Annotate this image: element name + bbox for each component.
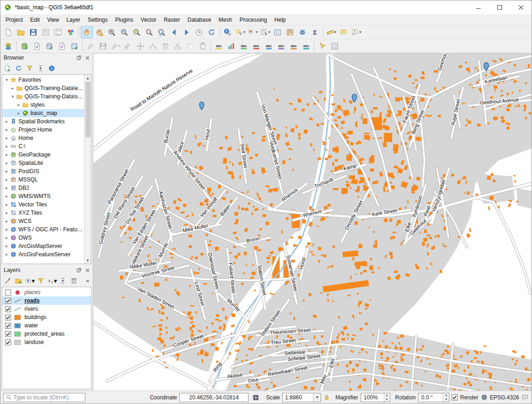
zoom-last-button[interactable] [168, 26, 180, 38]
measure-button[interactable]: ▾ [325, 26, 337, 38]
field-calculator-button[interactable] [284, 26, 296, 38]
layer-visibility-checkbox[interactable] [5, 331, 11, 337]
menu-item-plugins[interactable]: Plugins [111, 15, 137, 25]
browser-item-qgis-training-data-s[interactable]: ▾QGIS-Training-Data\s... [2, 92, 84, 101]
collapse-all-button[interactable] [36, 63, 46, 73]
menu-item-processing[interactable]: Processing [236, 15, 271, 25]
browser-item-favorites[interactable]: ▾Favorites [2, 76, 84, 84]
layers-close-button[interactable] [84, 267, 91, 273]
layer-item-water[interactable]: water [2, 321, 91, 330]
zoom-out-button[interactable] [118, 26, 130, 38]
toggle-editing-button[interactable] [85, 40, 97, 52]
menu-item-database[interactable]: Database [184, 15, 215, 25]
zoom-to-layer-button[interactable] [156, 26, 168, 38]
move-annotation-button[interactable] [316, 40, 328, 52]
browser-item-spatial-bookmarks[interactable]: ▸Spatial Bookmarks [2, 117, 84, 126]
temporal-controller-button[interactable] [193, 26, 205, 38]
layer-visibility-checkbox[interactable] [5, 306, 11, 312]
filter-browser-button[interactable] [24, 63, 35, 73]
layers-float-button[interactable] [76, 267, 82, 273]
processing-toolbox-button[interactable] [296, 26, 308, 38]
layer-item-buildings[interactable]: buildings [2, 313, 91, 321]
browser-item-arcgismapserver[interactable]: ▸ArcGisMapServer [2, 242, 84, 250]
scale-combo[interactable]: 1:8860 ▼ [282, 393, 321, 402]
deselect-features-button[interactable]: ▾ [247, 26, 259, 38]
expander-icon[interactable]: ▸ [4, 152, 9, 157]
expand-all-button[interactable] [58, 276, 68, 286]
layer-visibility-checkbox[interactable] [5, 298, 11, 304]
refresh-browser-button[interactable] [13, 63, 24, 73]
locate-input[interactable] [13, 394, 83, 401]
browser-item-geopackage[interactable]: ▸GeoPackage [2, 151, 84, 159]
scroll-down-icon[interactable]: ▼ [85, 257, 91, 264]
expander-icon[interactable]: ▾ [10, 94, 15, 99]
close-button[interactable] [510, 0, 532, 14]
browser-item-wms-wmts[interactable]: ▸WMS/WMTS [2, 192, 84, 200]
layer-item-roads[interactable]: roads [2, 296, 91, 305]
chevron-down-icon[interactable]: ▼ [313, 393, 320, 402]
browser-close-button[interactable] [84, 54, 91, 61]
browser-item-db2[interactable]: ▸DB2 [2, 184, 84, 192]
zoom-next-button[interactable] [181, 26, 193, 38]
highlight-labels-button[interactable]: abc [250, 40, 262, 52]
browser-scrollbar[interactable]: ▲ ▼ [84, 75, 91, 264]
browser-item-wfs-ogc-api-feature[interactable]: ▸WFS / OGC API - Feature... [2, 225, 84, 234]
select-features-button[interactable]: ▾ [234, 26, 246, 38]
expander-icon[interactable]: ▸ [4, 235, 9, 240]
manage-map-themes-button[interactable]: ▾ [24, 276, 35, 286]
expander-icon[interactable]: ▸ [4, 127, 9, 132]
expander-icon[interactable]: ▸ [4, 144, 9, 149]
pan-to-selection-button[interactable] [93, 26, 105, 38]
rotate-label-button[interactable]: abc [288, 40, 300, 52]
current-edits-button[interactable]: ▾ [109, 40, 121, 52]
delete-selected-button[interactable] [159, 40, 171, 52]
menu-item-raster[interactable]: Raster [160, 15, 184, 25]
browser-float-button[interactable] [76, 54, 82, 61]
layer-visibility-checkbox[interactable] [5, 314, 11, 320]
new-shapefile-layer-button[interactable]: V [31, 40, 43, 52]
add-selected-layers-button[interactable] [2, 63, 12, 73]
zoom-to-selection-button[interactable] [143, 26, 155, 38]
menu-item-settings[interactable]: Settings [84, 15, 111, 25]
browser-item-c[interactable]: ▸C:\ [2, 142, 84, 151]
layer-item-rivers[interactable]: rivers [2, 305, 91, 313]
maximize-button[interactable] [489, 0, 510, 14]
messages-icon[interactable] [521, 394, 529, 401]
expander-icon[interactable]: ▸ [4, 211, 9, 215]
browser-item-xyz-tiles[interactable]: ▸XYZ Tiles [2, 209, 84, 217]
layer-item-landuse[interactable]: landuse [2, 338, 91, 346]
locate-box[interactable] [3, 393, 85, 402]
scroll-up-icon[interactable]: ▲ [85, 75, 91, 81]
expander-icon[interactable]: ▸ [4, 252, 9, 257]
expander-icon[interactable]: ▸ [4, 169, 9, 174]
zoom-full-button[interactable] [131, 26, 143, 38]
expander-icon[interactable]: ▸ [4, 186, 9, 190]
layers-toolbar-overflow[interactable]: » [86, 277, 91, 284]
cut-features-button[interactable] [172, 40, 184, 52]
new-text-annotation-button[interactable]: T▾ [350, 26, 362, 38]
remove-layer-button[interactable] [69, 276, 79, 286]
copy-features-button[interactable] [184, 40, 196, 52]
layer-item-protected-areas[interactable]: protected_areas [2, 330, 91, 338]
open-data-source-manager-button[interactable] [2, 40, 14, 52]
extents-toggle-button[interactable] [251, 392, 261, 403]
expander-icon[interactable]: ▸ [4, 177, 9, 182]
form-annotation-button[interactable] [329, 40, 341, 52]
map-tips-button[interactable] [338, 26, 350, 38]
new-virtual-layer-button[interactable]: V [56, 40, 68, 52]
browser-item-postgis[interactable]: ▸PostGIS [2, 167, 84, 175]
move-feature-button[interactable] [134, 40, 146, 52]
browser-item-styles[interactable]: ▸styles [2, 101, 84, 109]
new-geopackage-layer-button[interactable] [18, 40, 30, 52]
identify-features-button[interactable]: i [222, 26, 234, 38]
menu-item-project[interactable]: Project [2, 15, 26, 25]
add-feature-button[interactable] [122, 40, 134, 52]
open-layer-styling-button[interactable] [2, 276, 12, 286]
show-layout-manager-button[interactable] [52, 26, 64, 38]
expander-icon[interactable]: ▸ [4, 244, 9, 248]
browser-properties-button[interactable]: i [47, 63, 57, 73]
layer-diagram-options-button[interactable] [225, 40, 237, 52]
spinner-arrows-icon[interactable]: ▲▼ [384, 393, 390, 402]
pan-map-button[interactable] [81, 26, 93, 38]
menu-item-mesh[interactable]: Mesh [215, 15, 236, 25]
